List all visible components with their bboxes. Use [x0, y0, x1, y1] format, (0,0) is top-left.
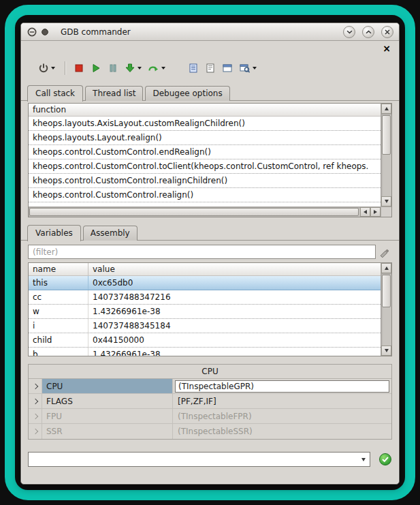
command-combobox[interactable] [28, 452, 370, 467]
scroll-thumb[interactable] [382, 115, 391, 155]
view-memory-button[interactable] [220, 61, 235, 75]
filter-row [28, 245, 392, 259]
clear-filter-icon [378, 247, 389, 258]
scroll-up-button[interactable] [381, 104, 391, 114]
step-over-button[interactable] [146, 61, 167, 75]
inspect-icon [239, 63, 251, 74]
scroll-thumb[interactable] [382, 275, 391, 307]
cpu-inspector-panel: CPU CPU (TInspectableGPR) FLAGS [PF,ZF,I… [28, 364, 392, 440]
view-log-button[interactable] [186, 61, 201, 75]
close-button[interactable] [381, 26, 393, 38]
view-listing-icon [205, 63, 216, 74]
call-stack-row-4[interactable]: kheops.control.CustomControl.realignChil… [29, 174, 381, 188]
step-over-icon [148, 63, 159, 74]
inspect-button[interactable] [237, 61, 259, 75]
scroll-track[interactable] [381, 114, 391, 196]
cpu-row-ssr[interactable]: SSR (TInspectableSSR) [29, 424, 391, 439]
cpu-grid: CPU (TInspectableGPR) FLAGS [PF,ZF,IF] F… [29, 378, 391, 439]
call-stack-body: function kheops.layouts.AxisLayout.custo… [29, 104, 381, 206]
call-stack-row-5[interactable]: kheops.control.CustomControl.realign() [29, 188, 381, 202]
window-menu-icon[interactable] [41, 28, 49, 36]
scroll-down-button[interactable] [381, 196, 391, 206]
call-stack-row-3[interactable]: kheops.control.CustomControl.toClient(kh… [29, 159, 381, 174]
power-dropdown-icon[interactable] [51, 67, 55, 70]
expand-chevron-icon[interactable] [29, 394, 42, 408]
triangle-left-icon [364, 210, 367, 214]
call-stack-vscrollbar[interactable] [381, 104, 391, 206]
scroll-right-button[interactable] [370, 207, 381, 217]
run-button[interactable] [88, 61, 103, 75]
dock-close-button[interactable]: × [383, 44, 391, 52]
column-header-name[interactable]: name [29, 263, 88, 275]
filter-input[interactable] [28, 245, 376, 259]
triangle-right-icon [374, 210, 377, 214]
call-stack-table: function kheops.layouts.AxisLayout.custo… [28, 103, 392, 217]
tab-assembly[interactable]: Assembly [83, 226, 138, 241]
variables-body: name value this 0xc65db0 cc 140737488347… [29, 263, 381, 356]
scroll-down-button[interactable] [381, 346, 391, 356]
expand-chevron-icon[interactable] [29, 379, 42, 393]
cpu-row-fpu[interactable]: FPU (TInspectableFPR) [29, 409, 391, 424]
scroll-left-button[interactable] [360, 207, 370, 217]
variable-row-i[interactable]: i 140737488345184 [29, 319, 381, 333]
triangle-down-icon [385, 349, 389, 352]
view-listing-button[interactable] [203, 61, 218, 75]
power-icon [38, 63, 49, 74]
maximize-button[interactable] [362, 26, 374, 38]
command-input[interactable] [29, 453, 357, 466]
step-into-button[interactable] [123, 61, 144, 75]
expand-chevron-icon[interactable] [29, 424, 42, 439]
expand-chevron-icon[interactable] [29, 409, 42, 423]
check-icon [379, 453, 391, 465]
call-stack-header[interactable]: function [29, 104, 381, 117]
chevron-up-icon [366, 30, 372, 34]
variables-header: name value [29, 263, 381, 276]
variable-row-b[interactable]: b 1.43266961e-38 [29, 348, 381, 356]
variables-vscrollbar[interactable] [381, 263, 391, 356]
titlebar[interactable]: GDB commander [21, 23, 399, 41]
toolbar-separator [65, 61, 66, 75]
run-icon [91, 63, 101, 74]
cpu-row-flags[interactable]: FLAGS [PF,ZF,IF] [29, 394, 391, 409]
scrollbar-corner [381, 206, 391, 217]
tab-variables[interactable]: Variables [27, 225, 81, 241]
variable-row-child[interactable]: child 0x44150000 [29, 333, 381, 348]
call-stack-row-2[interactable]: kheops.control.CustomControl.endRealign(… [29, 145, 381, 159]
cpu-row-cpu[interactable]: CPU (TInspectableGPR) [29, 379, 391, 394]
triangle-up-icon [385, 266, 389, 270]
call-stack-row-0[interactable]: kheops.layouts.AxisLayout.customRealignC… [29, 117, 381, 131]
step-over-dropdown-icon[interactable] [161, 67, 165, 70]
power-button[interactable] [36, 61, 57, 75]
scroll-thumb[interactable] [29, 208, 359, 216]
app-icon[interactable] [27, 27, 37, 37]
clear-filter-button[interactable] [376, 247, 392, 258]
stop-button[interactable] [71, 61, 86, 75]
column-header-value[interactable]: value [88, 263, 115, 275]
triangle-down-icon [385, 200, 389, 203]
chevron-down-icon [361, 458, 366, 461]
call-stack-hscrollbar[interactable] [29, 206, 381, 217]
scroll-track[interactable] [29, 207, 360, 217]
chevron-down-icon [346, 30, 353, 34]
tab-thread-list[interactable]: Thread list [85, 86, 143, 101]
execute-command-button[interactable] [378, 453, 392, 467]
step-into-icon [125, 63, 135, 74]
column-header-function[interactable]: function [29, 104, 66, 116]
minimize-button[interactable] [343, 26, 355, 38]
tab-call-stack[interactable]: Call stack [27, 85, 83, 102]
scroll-track[interactable] [381, 273, 391, 346]
variable-row-w[interactable]: w 1.43266961e-38 [29, 305, 381, 319]
inspect-dropdown-icon[interactable] [253, 67, 257, 70]
window-title: GDB commander [61, 27, 336, 37]
gdb-commander-window: GDB commander × [20, 22, 400, 485]
step-into-dropdown-icon[interactable] [138, 67, 142, 70]
variable-row-cc[interactable]: cc 140737488347216 [29, 290, 381, 305]
tab-debugee-options[interactable]: Debugee options [145, 86, 229, 101]
variable-row-this[interactable]: this 0xc65db0 [29, 276, 381, 290]
scroll-up-button[interactable] [381, 263, 391, 273]
stack-tabbar: Call stack Thread list Debugee options [21, 85, 399, 101]
cpu-value-editor[interactable]: (TInspectableGPR) [175, 380, 389, 393]
combo-dropdown-button[interactable] [357, 453, 370, 466]
pause-button[interactable] [106, 61, 120, 75]
call-stack-row-1[interactable]: kheops.layouts.Layout.realign() [29, 131, 381, 145]
